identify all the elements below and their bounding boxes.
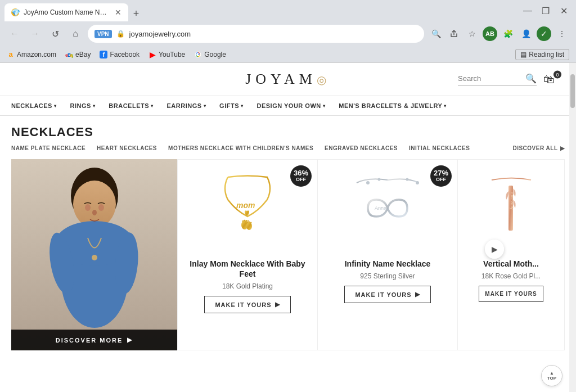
nav-mens-label: MEN'S BRACELETS & JEWELRY — [339, 102, 442, 109]
make-it-yours-arrow-0: ▶ — [275, 301, 280, 308]
products-area: DISCOVER MORE ▶ 36% OFF — [11, 159, 565, 350]
subnav-engraved[interactable]: ENGRAVED NECKLACES — [325, 145, 398, 151]
tab-close-button[interactable]: ✕ — [115, 8, 122, 17]
security-icon: ✓ — [537, 26, 551, 41]
bookmark-facebook[interactable]: f Facebook — [100, 51, 140, 58]
tab-favicon: 💎 — [11, 8, 19, 16]
cart-button[interactable]: 🛍 0 — [543, 73, 565, 86]
profile-button[interactable]: AB — [483, 26, 497, 41]
header-search[interactable]: 🔍 — [458, 73, 537, 85]
search-submit-icon[interactable]: 🔍 — [525, 73, 537, 84]
forward-button[interactable]: → — [27, 26, 43, 42]
product-card-vertical: Emma Lily Vertical Moth... 18K Rose Gold… — [458, 159, 565, 350]
svg-point-34 — [416, 181, 419, 184]
site-header: JOYAM◎ 🔍 🛍 0 — [0, 63, 576, 96]
subnav-initial[interactable]: INITIAL NECKLACES — [409, 145, 470, 151]
make-it-yours-arrow-1: ▶ — [415, 291, 420, 298]
product-badge-0: 36% OFF — [290, 165, 312, 187]
product-image-2: Emma Lily — [472, 169, 551, 253]
svg-point-18 — [98, 204, 104, 211]
nav-gifts[interactable]: GIFTS ▾ — [219, 102, 243, 109]
amazon-favicon: a — [7, 51, 15, 58]
make-it-yours-button-1[interactable]: MAKE IT YOURS ▶ — [344, 286, 430, 303]
svg-point-32 — [378, 178, 381, 181]
svg-point-23 — [242, 220, 244, 222]
person-icon[interactable]: 👤 — [519, 26, 533, 41]
discover-more-label: DISCOVER MORE — [56, 337, 123, 344]
reload-button[interactable]: ↺ — [47, 26, 63, 42]
back-button[interactable]: ← — [7, 26, 22, 42]
nav-mens[interactable]: MEN'S BRACELETS & JEWELRY ▾ — [339, 102, 447, 109]
earrings-chevron: ▾ — [204, 103, 206, 109]
product-card-inlay-mom: 36% OFF — [177, 159, 318, 350]
minimize-button[interactable]: — — [520, 3, 536, 19]
svg-rect-5 — [198, 53, 200, 55]
nav-earrings-label: EARRINGS — [167, 102, 202, 109]
make-it-yours-button-2[interactable]: MAKE IT YOURS — [479, 286, 543, 302]
nav-rings[interactable]: RINGS ▾ — [70, 102, 95, 109]
share-icon[interactable] — [447, 26, 461, 41]
badge-pct-0: 36% — [294, 169, 308, 177]
bookmark-icon[interactable]: ☆ — [465, 26, 479, 41]
product-title-1: Infinity Name Necklace — [345, 259, 431, 269]
discover-all-link[interactable]: DISCOVER ALL ▶ — [512, 145, 565, 151]
model-card: DISCOVER MORE ▶ — [11, 159, 177, 350]
model-image — [11, 159, 177, 350]
product-material-1: 925 Sterling Silver — [360, 272, 415, 280]
bracelets-chevron: ▾ — [151, 103, 154, 109]
nav-necklaces[interactable]: NECKLACES ▾ — [11, 102, 56, 109]
subnav-heart[interactable]: HEART NECKLACES — [97, 145, 157, 151]
nav-gifts-label: GIFTS — [219, 102, 239, 109]
nav-bracelets[interactable]: BRACELETS ▾ — [109, 102, 153, 109]
tab-area: 💎 JoyAmo Custom Name Necklace ✕ + — [4, 0, 515, 21]
svg-point-27 — [247, 222, 249, 224]
svg-text:y: y — [71, 52, 73, 58]
address-input[interactable]: VPN 🔒 joyamojewelry.com — [88, 25, 424, 43]
product-title-0: Inlay Mom Necklace With Baby Feet — [184, 259, 310, 279]
scroll-to-top-button[interactable]: ▲ TOP — [541, 365, 562, 386]
search-icon[interactable]: 🔍 — [429, 26, 443, 41]
reading-list-label: Reading list — [529, 51, 564, 58]
bookmark-amazon-label: Amazon.com — [17, 51, 56, 58]
new-tab-button[interactable]: + — [128, 6, 144, 21]
discover-more-button[interactable]: DISCOVER MORE ▶ — [11, 330, 177, 350]
bookmark-google-label: Google — [204, 51, 226, 58]
reading-list-button[interactable]: ▤ Reading list — [515, 49, 569, 60]
maximize-button[interactable]: ❐ — [538, 3, 554, 19]
home-button[interactable]: ⌂ — [68, 26, 83, 42]
subnav-mothers[interactable]: MOTHERS NECKLACE WITH CHILDREN'S NAMES — [168, 145, 313, 151]
make-it-yours-button-0[interactable]: MAKE IT YOURS ▶ — [204, 296, 290, 313]
discover-all-arrow: ▶ — [560, 145, 565, 151]
subnav-name-plate[interactable]: NAME PLATE NECKLACE — [11, 145, 86, 151]
bookmark-ebay-label: eBay — [75, 51, 91, 58]
nav-earrings[interactable]: EARRINGS ▾ — [167, 102, 206, 109]
extensions-icon[interactable]: 🧩 — [501, 26, 515, 41]
page-content: JOYAM◎ 🔍 🛍 0 NECKLACES ▾ RINGS ▾ BRACEL — [0, 63, 576, 392]
product-title-2: Vertical Moth... — [483, 259, 539, 269]
scrollbar[interactable] — [569, 63, 576, 392]
bookmark-amazon[interactable]: a Amazon.com — [7, 51, 56, 58]
top-arrow-icon: ▲ — [550, 371, 554, 376]
product-badge-1: 27% OFF — [430, 165, 452, 187]
svg-point-31 — [366, 181, 370, 184]
next-product-button[interactable]: ▶ — [485, 240, 504, 259]
top-label: TOP — [547, 376, 556, 381]
active-tab[interactable]: 💎 JoyAmo Custom Name Necklace ✕ — [4, 3, 128, 21]
gifts-chevron: ▾ — [241, 103, 244, 109]
main-navigation: NECKLACES ▾ RINGS ▾ BRACELETS ▾ EARRINGS… — [0, 96, 576, 116]
bookmark-ebay[interactable]: eBay eBay — [65, 51, 91, 58]
google-favicon — [194, 51, 202, 58]
bookmark-google[interactable]: Google — [194, 51, 226, 58]
nav-design[interactable]: DESIGN YOUR OWN ▾ — [256, 102, 325, 109]
nav-necklaces-label: NECKLACES — [11, 102, 52, 109]
make-it-yours-label-0: MAKE IT YOURS — [215, 301, 271, 308]
site-logo[interactable]: JOYAM◎ — [245, 71, 331, 88]
design-chevron: ▾ — [323, 103, 326, 109]
cart-count: 0 — [554, 71, 561, 79]
badge-pct-1: 27% — [434, 169, 448, 177]
menu-icon[interactable]: ⋮ — [555, 26, 569, 41]
close-button[interactable]: ✕ — [556, 3, 572, 19]
bookmark-youtube[interactable]: ▶ YouTube — [148, 51, 185, 58]
vpn-badge: VPN — [94, 30, 112, 38]
search-input[interactable] — [458, 74, 525, 83]
